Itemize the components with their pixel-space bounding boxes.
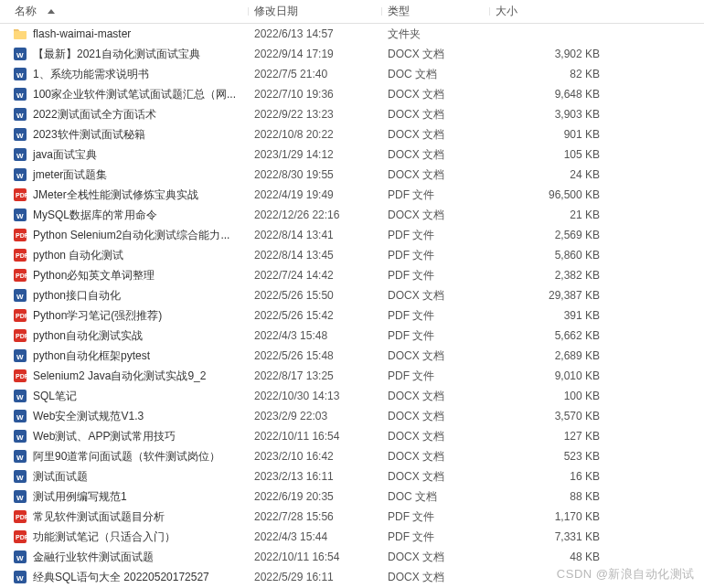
file-date-cell: 2022/10/11 16:54 — [249, 551, 382, 563]
file-row[interactable]: PDFPython Selenium2自动化测试综合能力...2022/8/14… — [0, 225, 704, 245]
docx-icon: W — [13, 87, 27, 102]
file-date-cell: 2022/10/30 14:13 — [249, 390, 382, 402]
column-header-size-label: 大小 — [496, 5, 517, 17]
svg-text:W: W — [16, 112, 24, 120]
file-date-cell: 2023/2/13 16:11 — [249, 470, 382, 483]
file-row[interactable]: W100家企业软件测试笔试面试题汇总（网...2022/7/10 19:36DO… — [0, 84, 704, 104]
file-type-cell: PDF 文件 — [382, 187, 490, 203]
file-row[interactable]: flash-waimai-master2022/6/13 14:57文件夹 — [0, 24, 704, 44]
file-row[interactable]: PDFpython自动化测试实战2022/4/3 15:48PDF 文件5,66… — [0, 326, 704, 346]
pdf-icon: PDF — [13, 308, 27, 323]
svg-text:PDF: PDF — [16, 232, 27, 239]
file-type-cell: DOCX 文档 — [382, 167, 490, 183]
file-date-cell: 2022/6/19 20:35 — [249, 490, 382, 503]
file-name-cell: WSQL笔记 — [0, 389, 249, 404]
file-row[interactable]: W经典SQL语句大全 202205201725272022/5/29 16:11… — [0, 567, 704, 587]
file-date-cell: 2022/8/30 19:55 — [249, 168, 382, 181]
docx-icon: W — [13, 147, 27, 162]
file-row[interactable]: PDFSelenium2 Java自动化测试实战9_22022/8/17 13:… — [0, 366, 704, 386]
file-row[interactable]: W1、系统功能需求说明书2022/7/5 21:40DOC 文档82 KB — [0, 64, 704, 84]
file-row[interactable]: Wpython接口自动化2022/5/26 15:50DOCX 文档29,387… — [0, 285, 704, 305]
svg-text:W: W — [16, 152, 24, 160]
file-name-label: Python Selenium2自动化测试综合能力... — [33, 228, 229, 243]
column-header-type-label: 类型 — [388, 5, 410, 17]
file-row[interactable]: PDFPython学习笔记(强烈推荐)2022/5/26 15:42PDF 文件… — [0, 305, 704, 326]
file-name-label: Selenium2 Java自动化测试实战9_2 — [33, 369, 206, 384]
file-type-cell: PDF 文件 — [382, 248, 490, 263]
file-name-cell: PDFPython必知英文单词整理 — [0, 268, 249, 283]
file-row[interactable]: W测试用例编写规范12022/6/19 20:35DOC 文档88 KB — [0, 486, 704, 507]
file-date-cell: 2022/8/14 13:45 — [249, 249, 382, 262]
file-row[interactable]: PDFJMeter全栈性能测试修炼宝典实战2022/4/19 19:49PDF … — [0, 185, 704, 205]
file-row[interactable]: W测试面试题2023/2/13 16:11DOCX 文档16 KB — [0, 466, 704, 486]
file-name-cell: PDFpython 自动化测试 — [0, 248, 249, 263]
file-size-cell: 9,648 KB — [490, 88, 636, 101]
column-header-name[interactable]: 名称 — [0, 4, 249, 19]
svg-text:W: W — [16, 172, 24, 180]
file-row[interactable]: WWeb安全测试规范V1.32023/2/9 22:03DOCX 文档3,570… — [0, 406, 704, 426]
pdf-icon: PDF — [13, 369, 27, 383]
file-size-cell: 523 KB — [490, 450, 636, 463]
file-name-label: Web测试、APP测试常用技巧 — [33, 429, 176, 444]
svg-text:W: W — [16, 393, 24, 401]
column-header-date-label: 修改日期 — [254, 5, 298, 17]
file-type-cell: DOCX 文档 — [382, 208, 490, 223]
file-name-label: python 自动化测试 — [33, 248, 123, 263]
file-row[interactable]: PDF常见软件测试面试题目分析2022/7/28 15:56PDF 文件1,17… — [0, 507, 704, 527]
file-name-label: MySQL数据库的常用命令 — [33, 208, 157, 223]
file-type-cell: PDF 文件 — [382, 509, 490, 525]
file-row[interactable]: PDFPython必知英文单词整理2022/7/24 14:42PDF 文件2,… — [0, 265, 704, 285]
file-size-cell: 9,010 KB — [490, 369, 636, 382]
file-row[interactable]: W阿里90道常问面试题（软件测试岗位）2023/2/10 16:42DOCX 文… — [0, 446, 704, 466]
docx-icon: W — [13, 409, 27, 423]
file-row[interactable]: W金融行业软件测试面试题2022/10/11 16:54DOCX 文档48 KB — [0, 547, 704, 567]
docx-icon: W — [13, 449, 27, 464]
file-type-cell: PDF 文件 — [382, 228, 490, 243]
file-type-cell: PDF 文件 — [382, 529, 490, 545]
file-type-cell: DOCX 文档 — [382, 550, 490, 565]
docx-icon: W — [13, 348, 27, 363]
file-name-label: 测试用例编写规范1 — [33, 489, 127, 505]
file-size-cell: 901 KB — [490, 128, 636, 141]
file-name-label: 阿里90道常问面试题（软件测试岗位） — [33, 449, 220, 465]
docx-icon: W — [13, 288, 27, 303]
file-name-label: 1、系统功能需求说明书 — [33, 67, 149, 82]
file-date-cell: 2022/5/29 16:11 — [249, 571, 382, 583]
column-header-type[interactable]: 类型 — [382, 4, 490, 19]
file-size-cell: 16 KB — [490, 470, 636, 483]
file-row[interactable]: W2022测试面试全方面话术2022/9/22 13:23DOCX 文档3,90… — [0, 104, 704, 124]
file-name-cell: Wpython接口自动化 — [0, 288, 249, 304]
file-row[interactable]: W【最新】2021自动化测试面试宝典2022/9/14 17:19DOCX 文档… — [0, 44, 704, 64]
column-header-size[interactable]: 大小 — [490, 4, 636, 19]
svg-text:W: W — [16, 574, 24, 583]
file-name-label: 金融行业软件测试面试题 — [33, 550, 154, 565]
file-name-cell: W2023软件测试面试秘籍 — [0, 127, 249, 143]
file-row[interactable]: WSQL笔记2022/10/30 14:13DOCX 文档100 KB — [0, 386, 704, 406]
file-row[interactable]: PDFpython 自动化测试2022/8/14 13:45PDF 文件5,86… — [0, 245, 704, 265]
file-name-label: 功能测试笔记（只适合入门） — [33, 529, 176, 545]
file-date-cell: 2022/6/13 14:57 — [249, 27, 382, 40]
file-row[interactable]: Wjava面试宝典2023/1/29 14:12DOCX 文档105 KB — [0, 144, 704, 165]
svg-text:W: W — [16, 353, 24, 361]
file-name-label: 常见软件测试面试题目分析 — [33, 509, 165, 525]
file-row[interactable]: Wpython自动化框架pytest2022/5/26 15:48DOCX 文档… — [0, 346, 704, 366]
file-row[interactable]: WMySQL数据库的常用命令2022/12/26 22:16DOCX 文档21 … — [0, 205, 704, 225]
file-date-cell: 2022/7/28 15:56 — [249, 510, 382, 523]
file-name-label: flash-waimai-master — [33, 27, 131, 40]
file-size-cell: 3,902 KB — [490, 48, 636, 60]
file-date-cell: 2022/9/22 13:23 — [249, 108, 382, 121]
file-type-cell: PDF 文件 — [382, 268, 490, 283]
file-name-label: 测试面试题 — [33, 469, 88, 485]
file-name-cell: W1、系统功能需求说明书 — [0, 67, 249, 82]
file-name-label: jmeter面试题集 — [33, 167, 107, 183]
file-type-cell: DOCX 文档 — [382, 409, 490, 424]
file-row[interactable]: PDF功能测试笔记（只适合入门）2022/4/3 15:44PDF 文件7,33… — [0, 527, 704, 547]
file-type-cell: DOCX 文档 — [382, 147, 490, 163]
file-name-cell: W经典SQL语句大全 20220520172527 — [0, 570, 249, 585]
file-row[interactable]: W2023软件测试面试秘籍2022/10/8 20:22DOCX 文档901 K… — [0, 124, 704, 144]
file-row[interactable]: Wjmeter面试题集2022/8/30 19:55DOCX 文档24 KB — [0, 165, 704, 185]
file-size-cell: 2,382 KB — [490, 269, 636, 282]
file-size-cell: 7,331 KB — [490, 530, 636, 543]
column-header-date[interactable]: 修改日期 — [249, 4, 382, 19]
file-row[interactable]: WWeb测试、APP测试常用技巧2022/10/11 16:54DOCX 文档1… — [0, 426, 704, 446]
